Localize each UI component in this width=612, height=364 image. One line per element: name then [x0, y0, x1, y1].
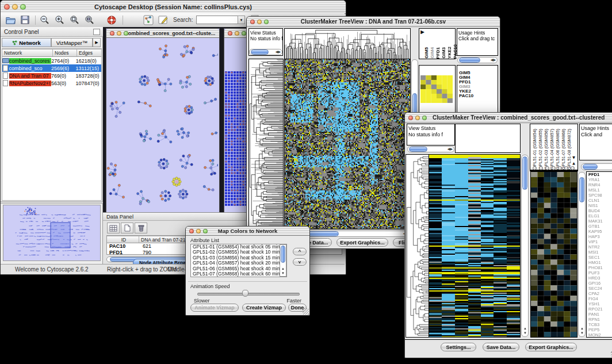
tv2-rowtree-canvas[interactable]	[406, 155, 429, 337]
search-input[interactable]	[196, 16, 239, 24]
tab-network[interactable]: Network	[2, 38, 51, 47]
zoom-out-icon[interactable]	[40, 15, 50, 25]
zoom-window-icon[interactable]	[124, 31, 128, 36]
hscroll-thumb[interactable]	[251, 49, 269, 55]
minimize-icon[interactable]	[12, 4, 18, 10]
birdseye-canvas[interactable]	[3, 205, 101, 261]
zoom-in-icon[interactable]	[55, 15, 65, 25]
net1-canvas[interactable]	[106, 38, 218, 214]
resize-grip[interactable]	[303, 308, 309, 315]
tv2-heatmap-canvas[interactable]	[429, 155, 520, 337]
close-icon[interactable]	[110, 31, 114, 36]
animation-speed-slider-thumb[interactable]	[242, 290, 248, 297]
tv2-usage-hscrollbar[interactable]	[581, 163, 612, 170]
minimize-icon[interactable]	[415, 116, 420, 120]
zoom-window-icon[interactable]	[422, 116, 427, 120]
tv1-export-graphics-button[interactable]: Export Graphics...	[336, 238, 388, 247]
network-tree-row[interactable]: RNAPuberNov2+! 563(0) 107847(0)	[2, 79, 101, 87]
zoom-selected-icon[interactable]	[70, 15, 80, 25]
scroll-up-icon[interactable]: ▲	[523, 327, 527, 331]
dialog-titlebar[interactable]: Map Colors to Network	[186, 227, 309, 236]
tv2-status-hscrollbar[interactable]: ◀ ▶	[407, 146, 454, 152]
treeview2-titlebar[interactable]: ClusterMaker TreeView : combined_scores_…	[405, 113, 612, 123]
network-tree-row[interactable]: DNA and Tran 07 769(0) 183728(0)	[2, 72, 101, 79]
save-session-button[interactable]	[20, 15, 30, 25]
hscroll-thumb[interactable]	[583, 164, 598, 170]
minimize-icon[interactable]	[117, 31, 121, 36]
tv2-save-data-button[interactable]: Save Data...	[483, 343, 519, 351]
column-knob-icon[interactable]	[545, 166, 549, 170]
attribute-listbox[interactable]: GPL51-01 (GSM854) heat shock 05 minGPL51…	[190, 244, 287, 277]
close-icon[interactable]	[189, 229, 194, 233]
vscroll-thumb[interactable]	[281, 246, 285, 263]
tab-overflow-button[interactable]: ▶	[93, 38, 101, 47]
network-tree-row[interactable]: combined_scores 2764(0) 16218(0)	[2, 57, 101, 64]
select-attributes-icon[interactable]	[107, 223, 120, 233]
tv1-rowtree-canvas[interactable]	[249, 59, 283, 229]
column-knob-icon[interactable]	[558, 166, 562, 170]
animation-speed-slider-track[interactable]	[197, 293, 300, 296]
col-nodes[interactable]: Nodes	[53, 49, 77, 56]
scroll-right-icon[interactable]: ▶	[493, 58, 496, 62]
tab-vizmapper[interactable]: VizMapper™	[51, 38, 93, 47]
col-edges[interactable]: Edges	[77, 49, 101, 56]
scroll-right-icon[interactable]: ▶	[450, 147, 453, 151]
scroll-right-icon[interactable]: ▶	[278, 50, 281, 54]
zoom-window-icon[interactable]	[20, 4, 26, 10]
col-id[interactable]: ID	[107, 236, 139, 243]
column-knob-icon[interactable]	[564, 166, 568, 170]
panel-splitter[interactable]	[1, 201, 103, 204]
column-knob-icon[interactable]	[571, 166, 575, 170]
tv1-zoom-canvas[interactable]	[420, 75, 453, 103]
col-network[interactable]: Network	[2, 49, 53, 56]
tv1-coltree-canvas[interactable]	[285, 29, 410, 59]
column-knob-icon[interactable]	[552, 166, 556, 170]
network-table-header[interactable]: Network Nodes Edges	[2, 49, 101, 57]
minimize-icon[interactable]	[235, 31, 239, 36]
search-dropdown-button[interactable]: ▼	[238, 16, 245, 24]
open-session-button[interactable]	[5, 15, 16, 25]
delete-attribute-icon[interactable]	[135, 223, 147, 233]
zoom-fit-icon[interactable]	[85, 15, 95, 25]
main-titlebar[interactable]: Cytoscape Desktop (Session Name: collins…	[1, 1, 346, 14]
zoom-window-icon[interactable]	[264, 20, 269, 24]
treeview1-titlebar[interactable]: ClusterMaker TreeView : DNA and Tran 07-…	[247, 17, 500, 27]
network-overview-icon[interactable]	[143, 15, 154, 25]
scroll-up-icon[interactable]: ▲	[580, 327, 584, 331]
hscroll-thumb[interactable]	[459, 58, 480, 63]
minimize-icon[interactable]	[257, 20, 262, 24]
scroll-down-icon[interactable]: ▼	[281, 271, 285, 275]
network-window-1-titlebar[interactable]: combined_scores_good.txt--cluste...	[106, 29, 219, 38]
help-lifering-icon[interactable]	[106, 15, 117, 25]
label-scroll-up-icon[interactable]: ▲	[571, 155, 576, 160]
vscroll-thumb[interactable]	[522, 156, 527, 190]
animate-vizmap-button[interactable]: Animate Vizmap	[190, 304, 239, 312]
column-knob-icon[interactable]	[533, 166, 537, 170]
zoom-window-icon[interactable]	[242, 31, 246, 36]
scroll-down-icon[interactable]: ▼	[580, 331, 584, 335]
tv2-settings-button[interactable]: Settings...	[441, 343, 476, 351]
tv1-usage-hscrollbar[interactable]: ◀ ▶	[457, 57, 498, 63]
scroll-down-icon[interactable]: ▼	[523, 331, 527, 335]
network-tree-row[interactable]: combined_sco 2569(6) 13112(15)	[2, 64, 101, 72]
minimize-icon[interactable]	[196, 229, 201, 233]
create-vizmap-button[interactable]: Create Vizmap	[242, 304, 286, 312]
close-icon[interactable]	[4, 4, 10, 10]
attribute-option[interactable]: GPL51-07 (GSM868) heat shock 60 min	[191, 271, 286, 277]
new-attribute-icon[interactable]	[121, 223, 133, 233]
edit-network-icon[interactable]	[158, 15, 169, 25]
hscroll-thumb[interactable]	[409, 147, 427, 152]
tv2-vscrollbar[interactable]: ▲ ▼	[521, 155, 529, 337]
column-knob-icon[interactable]	[539, 166, 543, 170]
move-down-button[interactable]: v	[293, 258, 307, 266]
window-controls[interactable]	[4, 4, 26, 10]
tv1-status-hscrollbar[interactable]: ◀ ▶	[249, 49, 282, 55]
scroll-up-icon[interactable]: ▲	[281, 267, 285, 271]
label-scroll-down-icon[interactable]: ▼	[571, 161, 576, 166]
tv2-genelist-vscrollbar[interactable]: ▲ ▼	[578, 172, 586, 337]
close-icon[interactable]	[250, 20, 255, 24]
close-icon[interactable]	[228, 31, 232, 36]
move-up-button[interactable]: ^	[293, 248, 307, 255]
label-pager-left-icon[interactable]: ◀	[420, 30, 425, 35]
attribute-list-vscrollbar[interactable]: ▲ ▼	[280, 244, 286, 277]
